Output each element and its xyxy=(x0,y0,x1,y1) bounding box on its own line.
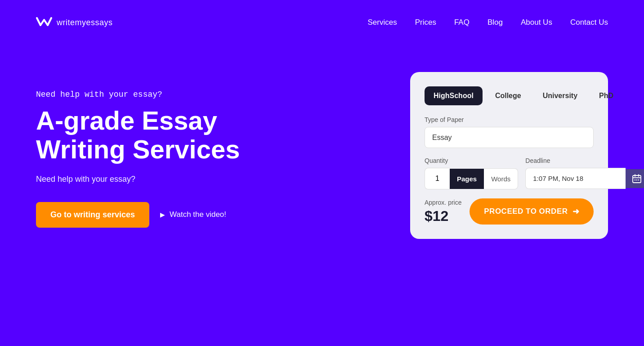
hero-title: A-grade Essay Writing Services xyxy=(36,106,374,164)
logo-icon xyxy=(36,16,52,29)
type-of-paper-select[interactable]: Essay xyxy=(425,127,594,148)
hero-left: Need help with your essay? A-grade Essay… xyxy=(36,72,374,228)
calendar-button[interactable] xyxy=(626,169,644,188)
words-button[interactable]: Words xyxy=(484,168,518,189)
deadline-label: Deadline xyxy=(525,157,644,164)
order-card: HighSchool College University PhD Type o… xyxy=(410,72,608,239)
deadline-field: Deadline xyxy=(525,157,644,189)
tab-college[interactable]: College xyxy=(486,86,530,105)
svg-rect-0 xyxy=(633,175,641,183)
price-area: Approx. price $12 xyxy=(425,199,461,225)
tab-phd[interactable]: PhD xyxy=(590,86,622,105)
navbar: writemyessays Services Prices FAQ Blog A… xyxy=(0,0,644,45)
nav-services[interactable]: Services xyxy=(368,18,397,27)
type-of-paper-label: Type of Paper xyxy=(425,116,594,123)
nav-links: Services Prices FAQ Blog About Us Contac… xyxy=(368,18,608,27)
quantity-input[interactable] xyxy=(425,168,450,189)
brand-name: writemyessays xyxy=(57,18,113,27)
calendar-icon xyxy=(632,174,642,184)
proceed-label: PROCEED TO ORDER xyxy=(484,207,568,216)
hero-buttons: Go to writing services ▶ Watch the video… xyxy=(36,202,374,228)
deadline-input[interactable] xyxy=(525,168,626,189)
price-value: $12 xyxy=(425,208,461,225)
watch-video-link[interactable]: ▶ Watch the video! xyxy=(160,210,226,219)
svg-point-4 xyxy=(635,179,635,180)
watch-label: Watch the video! xyxy=(170,210,226,219)
nav-blog[interactable]: Blog xyxy=(487,18,503,27)
pages-button[interactable]: Pages xyxy=(450,169,484,189)
tab-university[interactable]: University xyxy=(534,86,586,105)
hero-subtitle: Need help with your essay? xyxy=(36,175,374,184)
nav-faq[interactable]: FAQ xyxy=(454,18,470,27)
nav-contact[interactable]: Contact Us xyxy=(570,18,608,27)
deadline-row xyxy=(525,168,644,189)
type-of-paper-field: Type of Paper Essay xyxy=(425,116,594,157)
hero-section: Need help with your essay? A-grade Essay… xyxy=(0,45,644,239)
quantity-field: Quantity Pages Words xyxy=(425,157,518,189)
cta-button[interactable]: Go to writing services xyxy=(36,202,149,228)
nav-about[interactable]: About Us xyxy=(521,18,552,27)
logo[interactable]: writemyessays xyxy=(36,16,113,29)
hero-tagline: Need help with your essay? xyxy=(36,90,374,99)
price-row: Approx. price $12 PROCEED TO ORDER ➜ xyxy=(425,198,594,225)
tab-highschool[interactable]: HighSchool xyxy=(425,86,483,105)
quantity-label: Quantity xyxy=(425,157,518,164)
nav-prices[interactable]: Prices xyxy=(415,18,436,27)
level-tabs: HighSchool College University PhD xyxy=(425,86,594,105)
play-icon: ▶ xyxy=(160,211,165,218)
quantity-row: Pages Words xyxy=(425,168,518,189)
proceed-button[interactable]: PROCEED TO ORDER ➜ xyxy=(470,198,594,225)
svg-point-5 xyxy=(636,179,637,180)
arrow-icon: ➜ xyxy=(572,207,580,216)
hero-title-line2: Writing Services xyxy=(36,135,240,164)
quantity-deadline-row: Quantity Pages Words Deadline xyxy=(425,157,594,189)
hero-title-line1: A-grade Essay xyxy=(36,106,217,135)
approx-label: Approx. price xyxy=(425,199,461,206)
svg-point-6 xyxy=(638,179,639,180)
